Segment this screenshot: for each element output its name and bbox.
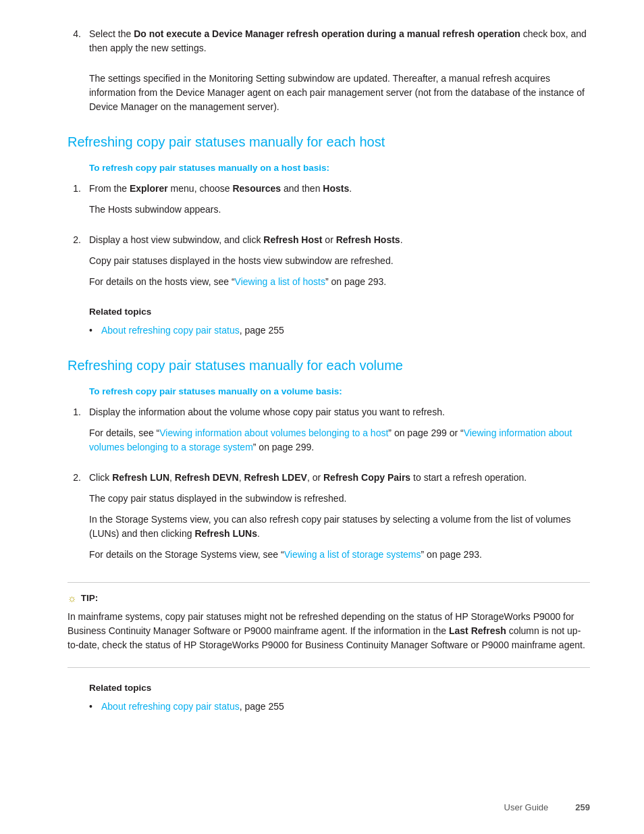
- section1-related-item: About refreshing copy pair status, page …: [89, 323, 590, 338]
- s2-s2-comma2: ,: [239, 472, 244, 483]
- section2-step2-para3: For details on the Storage Systems view,…: [89, 548, 590, 562]
- tip-label-row: ☼ TIP:: [68, 591, 590, 606]
- section1-related-label: Related topics: [89, 305, 590, 319]
- s2-s2-bold1: Refresh LUN: [112, 472, 169, 483]
- section2-related: Related topics About refreshing copy pai…: [89, 681, 590, 713]
- section1-step1-block: 1. From the Explorer menu, choose Resour…: [68, 182, 590, 224]
- step-4-content: Select the Do not execute a Device Manag…: [89, 27, 590, 62]
- s1-s2-before: Display a host view subwindow, and click: [89, 234, 263, 245]
- s1-s2-after: .: [400, 234, 403, 245]
- section1-step2-para1: Copy pair statuses displayed in the host…: [89, 254, 590, 268]
- s2-s1-before: For details, see “: [89, 427, 159, 438]
- page: 4. Select the Do not execute a Device Ma…: [0, 0, 644, 834]
- step-4-before: Select the: [89, 28, 134, 39]
- section1-heading: Refreshing copy pair statuses manually f…: [68, 133, 590, 151]
- section1-step2-content: Display a host view subwindow, and click…: [89, 233, 590, 296]
- step-4-number: 4.: [68, 27, 81, 62]
- section2-step2-para2: In the Storage Systems view, you can als…: [89, 513, 590, 541]
- section2-related-list: About refreshing copy pair status, page …: [89, 700, 590, 714]
- s1-s2-bold1: Refresh Host: [263, 234, 322, 245]
- s2-link1[interactable]: Viewing information about volumes belong…: [159, 427, 388, 438]
- section2-related-item: About refreshing copy pair status, page …: [89, 700, 590, 714]
- step-4-indent: The settings specified in the Monitoring…: [89, 72, 590, 114]
- s2-s2-p1-before: The copy pair status displayed in the: [89, 493, 242, 504]
- section1-related: Related topics About refreshing copy pai…: [89, 305, 590, 337]
- s2-s2-p3-before: For details on the Storage Systems view,…: [89, 549, 284, 560]
- tip-bold: Last Refresh: [449, 625, 506, 636]
- section2-proc-heading: To refresh copy pair statuses manually o…: [89, 385, 590, 398]
- tip-label-text: TIP:: [81, 592, 99, 605]
- footer-page: 259: [575, 801, 590, 814]
- s1-s2-bold2: Refresh Hosts: [336, 234, 400, 245]
- section2-step2-para1: The copy pair status displayed in the su…: [89, 492, 590, 506]
- s1-s2-mid: or: [322, 234, 336, 245]
- s2-s2-p2-bold: Refresh LUNs: [194, 528, 257, 539]
- s1-s1-bold2: Resources: [232, 183, 281, 194]
- s1-s1-bold1: Explorer: [130, 183, 168, 194]
- s2-s1-link2-after: ” on page 299.: [253, 442, 314, 452]
- s2-s2-p1-after: subwindow is refreshed.: [245, 493, 346, 504]
- footer: User Guide 259: [504, 801, 590, 814]
- s2-s2-bold4: Refresh Copy Pairs: [323, 472, 410, 483]
- s1-s1-after: .: [349, 183, 352, 194]
- s2-s2-comma3: , or: [307, 472, 323, 483]
- s2-link3[interactable]: Viewing a list of storage systems: [284, 549, 421, 560]
- section1-step2-num: 2.: [68, 233, 81, 296]
- section1-step1-para: The Hosts subwindow appears.: [89, 203, 590, 217]
- section1-related-link[interactable]: About refreshing copy pair status: [101, 325, 240, 336]
- s2-s2-p3-after: ” on page 293.: [421, 549, 482, 560]
- section1-step1-num: 1.: [68, 182, 81, 224]
- s1-s1-bold3: Hosts: [323, 183, 349, 194]
- s2-s2-bold3: Refresh LDEV: [244, 472, 307, 483]
- s1-s2-p2-after: ” on page 293.: [325, 276, 386, 287]
- section1-step2-para2: For details on the hosts view, see “View…: [89, 275, 590, 289]
- section2-step2-content: Click Refresh LUN, Refresh DEVN, Refresh…: [89, 471, 590, 569]
- section2-heading: Refreshing copy pair statuses manually f…: [68, 357, 590, 374]
- section2-step1-text: Display the information about the volume…: [89, 405, 590, 419]
- section2-step1-para: For details, see “Viewing information ab…: [89, 426, 590, 454]
- section1-step2-text: Display a host view subwindow, and click…: [89, 233, 590, 247]
- section2-step1-content: Display the information about the volume…: [89, 405, 590, 461]
- s2-s2-before: Click: [89, 472, 112, 483]
- s2-s2-after: to start a refresh operation.: [410, 472, 527, 483]
- s2-s2-comma1: ,: [169, 472, 175, 483]
- section1-related-page: , page 255: [240, 325, 284, 336]
- section2-related-page: , page 255: [240, 701, 284, 712]
- section1-step2-block: 2. Display a host view subwindow, and cl…: [68, 233, 590, 296]
- tip-box: ☼ TIP: In mainframe systems, copy pair s…: [68, 582, 590, 669]
- s2-s2-bold2: Refresh DEVN: [175, 472, 239, 483]
- section1-related-list: About refreshing copy pair status, page …: [89, 323, 590, 338]
- step-4-bold: Do not execute a Device Manager refresh …: [134, 28, 520, 39]
- footer-label: User Guide: [504, 801, 549, 814]
- section2-related-label: Related topics: [89, 681, 590, 695]
- s1-s1-mid1: menu, choose: [168, 183, 233, 194]
- step-4-block: 4. Select the Do not execute a Device Ma…: [68, 27, 590, 62]
- section2-step1-num: 1.: [68, 405, 81, 461]
- section2-step2-num: 2.: [68, 471, 81, 569]
- section1-step1-text: From the Explorer menu, choose Resources…: [89, 182, 590, 196]
- section2-related-link[interactable]: About refreshing copy pair status: [101, 701, 240, 712]
- step-4-text: Select the Do not execute a Device Manag…: [89, 27, 590, 55]
- s2-s2-p2-after: .: [257, 528, 260, 539]
- step-4-para2: The settings specified in the Monitoring…: [89, 72, 590, 114]
- tip-icon: ☼: [68, 591, 77, 606]
- section2-step2-text: Click Refresh LUN, Refresh DEVN, Refresh…: [89, 471, 590, 485]
- s1-s2-p2-before: For details on the hosts view, see “: [89, 276, 235, 287]
- section2-step1-block: 1. Display the information about the vol…: [68, 405, 590, 461]
- s2-s2-p2-before: In the Storage Systems view, you can als…: [89, 514, 571, 539]
- s1-s1-mid2: and then: [281, 183, 323, 194]
- s1-s1-before: From the: [89, 183, 130, 194]
- s2-s1-link1-after: ” on page 299 or “: [388, 427, 463, 438]
- section1-proc-heading: To refresh copy pair statuses manually o…: [89, 161, 590, 175]
- section2-step2-block: 2. Click Refresh LUN, Refresh DEVN, Refr…: [68, 471, 590, 569]
- s1-hosts-link[interactable]: Viewing a list of hosts: [235, 276, 325, 287]
- section1-step1-content: From the Explorer menu, choose Resources…: [89, 182, 590, 224]
- tip-text: In mainframe systems, copy pair statuses…: [68, 610, 590, 652]
